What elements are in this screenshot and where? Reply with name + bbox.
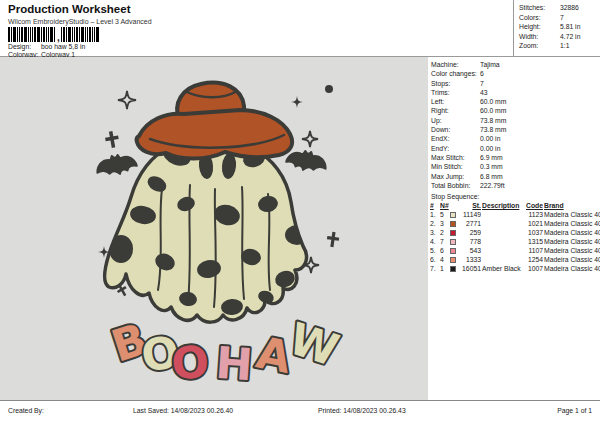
machine-row: EndX:0.00 in <box>431 134 600 143</box>
barcode-bar <box>72 27 73 42</box>
stat-value: 1:1 <box>560 41 600 51</box>
stop-cell-needle: 2 <box>440 228 449 237</box>
stop-cell-brand: Madeira Classic 40 <box>544 264 600 273</box>
machine-row: Max Jump:6.8 mm <box>431 172 600 181</box>
stop-cell-code: 1123 <box>523 210 543 219</box>
stop-cell-stitches: 2771 <box>461 219 481 228</box>
machine-label: Max Jump: <box>431 172 480 181</box>
page-title: Production Worksheet <box>8 3 130 15</box>
boo-haw-lettering: BOOHAW <box>105 313 344 391</box>
stop-cell-stitches: 11149 <box>461 210 481 219</box>
thread-color-swatch <box>450 257 456 263</box>
barcode-bar <box>21 27 23 42</box>
stat-row: Colors:7 <box>519 13 600 23</box>
machine-value: 222.79ft <box>480 181 505 190</box>
stop-cell-code: 1007 <box>523 264 543 273</box>
barcode-bar <box>41 27 42 42</box>
machine-value: 7 <box>480 79 484 88</box>
barcode-bar <box>66 27 67 42</box>
machine-label: Stops: <box>431 79 480 88</box>
machine-row: Up:73.8 mm <box>431 116 600 125</box>
stop-cell-num: 7. <box>430 264 439 273</box>
stop-sequence-table: #N#St.DescriptionCodeBrand1.5111491123Ma… <box>428 201 600 273</box>
barcode-bar <box>17 27 18 42</box>
stat-row: Stitches:32886 <box>519 3 600 13</box>
stat-row: Width:4.72 in <box>519 32 600 42</box>
machine-label: EndX: <box>431 134 480 143</box>
thread-swatch <box>450 221 460 227</box>
machine-value: 60.0 mm <box>480 97 506 106</box>
barcode-bar <box>28 27 29 42</box>
stat-label: Colors: <box>519 13 560 23</box>
barcode-bar <box>30 27 31 42</box>
stat-value: 4.72 in <box>560 32 600 42</box>
thread-color-swatch <box>450 212 456 218</box>
thread-swatch <box>450 212 460 218</box>
barcode-bar <box>43 27 45 42</box>
barcode-bar <box>85 27 86 42</box>
stop-cell-brand: Madeira Classic 40 <box>544 246 600 255</box>
last-saved-label: Last Saved: 14/08/2023 00.26.40 <box>133 407 233 414</box>
machine-value: 0.3 mm <box>480 162 503 171</box>
column-header: Brand <box>544 201 600 210</box>
created-by-label: Created By: <box>8 407 44 414</box>
stat-label: Zoom: <box>519 41 560 51</box>
design-preview-canvas: BOOHAW <box>0 57 428 400</box>
stop-cell-needle: 3 <box>440 219 449 228</box>
design-value: boo haw 5,8 in <box>41 43 85 50</box>
machine-info: Machine:TajimaColor changes:6Stops:7Trim… <box>428 57 600 190</box>
footer: Created By: Last Saved: 14/08/2023 00.26… <box>0 400 600 424</box>
letter-H-3: H <box>214 337 254 390</box>
barcode-bar <box>96 27 99 42</box>
machine-row: Machine:Tajima <box>431 60 600 69</box>
column-header: Description <box>482 201 522 210</box>
stop-cell-brand: Madeira Classic 40 <box>544 255 600 264</box>
barcode-separator: , <box>57 34 60 42</box>
stop-cell-stitches: 259 <box>461 228 481 237</box>
stat-value: 7 <box>560 13 600 23</box>
stat-value: 5.81 in <box>560 22 600 32</box>
stop-cell-code: 1107 <box>523 246 543 255</box>
barcode-bar <box>48 27 49 42</box>
machine-label: Total Bobbin: <box>431 181 480 190</box>
stop-cell-num: 1. <box>430 210 439 219</box>
header: Production Worksheet Wilcom EmbroiderySt… <box>0 0 600 57</box>
stop-cell-code: 1254 <box>523 255 543 264</box>
stop-cell-brand: Madeira Classic 40 <box>544 219 600 228</box>
machine-row: Trims:43 <box>431 88 600 97</box>
machine-row: Max Stitch:6.9 mm <box>431 153 600 162</box>
machine-value: 73.8 mm <box>480 125 506 134</box>
barcode-bar <box>61 27 62 42</box>
barcode-bar <box>76 27 78 42</box>
thread-swatch <box>450 266 460 272</box>
thread-swatch <box>450 257 460 263</box>
thread-swatch <box>450 248 460 254</box>
thread-color-swatch <box>450 221 456 227</box>
machine-value: 6.9 mm <box>480 153 503 162</box>
cross-icon <box>326 231 340 248</box>
column-header: # <box>430 201 439 210</box>
machine-label: Up: <box>431 116 480 125</box>
barcode-bar <box>54 27 55 42</box>
production-worksheet-page: Production Worksheet Wilcom EmbroiderySt… <box>0 0 600 424</box>
machine-label: Trims: <box>431 88 480 97</box>
stop-cell-stitches: 543 <box>461 246 481 255</box>
thread-color-swatch <box>450 248 456 254</box>
machine-label: Down: <box>431 125 480 134</box>
stop-cell-description: Amber Black <box>482 264 522 273</box>
barcode-bar <box>32 27 33 42</box>
stop-cell-needle: 7 <box>440 237 449 246</box>
barcode-bar <box>87 27 88 42</box>
stat-label: Width: <box>519 32 560 42</box>
column-header: N# <box>440 201 449 210</box>
machine-row: EndY:0.00 in <box>431 144 600 153</box>
ghost-body <box>105 140 309 322</box>
cowboy-hat <box>137 83 292 159</box>
stop-cell-num: 4. <box>430 237 439 246</box>
barcode-bar <box>50 27 53 42</box>
barcode-bar <box>37 27 40 42</box>
column-header: Code <box>523 201 543 210</box>
barcode-bar <box>46 27 47 42</box>
machine-label: Left: <box>431 97 480 106</box>
barcode-bar <box>92 27 93 42</box>
